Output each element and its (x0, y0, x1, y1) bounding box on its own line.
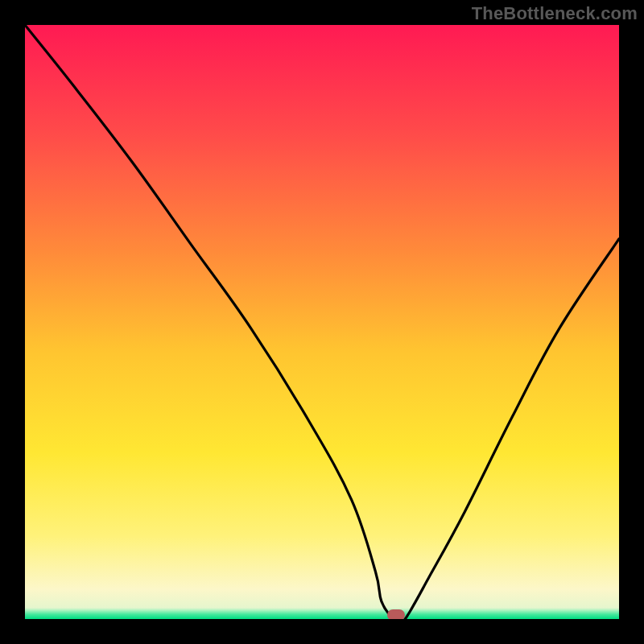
watermark-text: TheBottleneck.com (472, 3, 638, 24)
chart-frame: TheBottleneck.com (0, 0, 644, 644)
optimal-point-marker (387, 609, 405, 619)
bottleneck-curve (25, 25, 619, 619)
plot-area (25, 25, 619, 619)
